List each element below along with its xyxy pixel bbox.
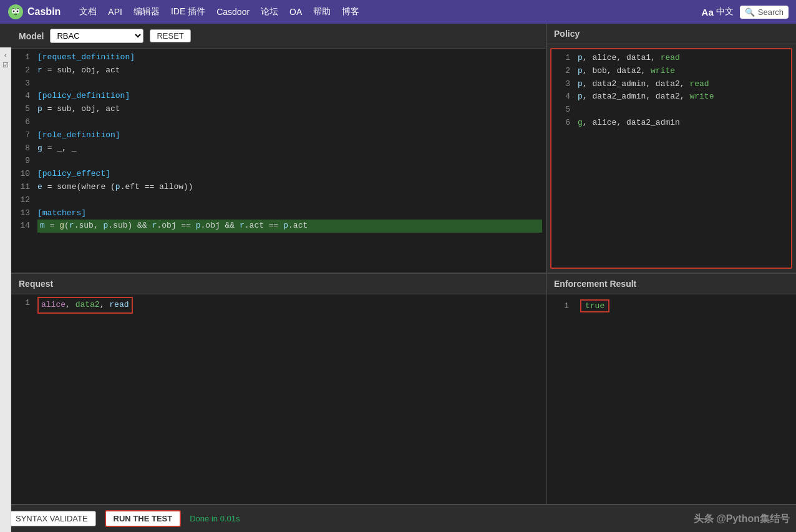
policy-code-editor[interactable]: 1 p, alice, data1, read 2 p, bob, data2,… (550, 48, 792, 269)
nav-forum[interactable]: 论坛 (261, 6, 278, 17)
code-line-12: 12 (11, 194, 546, 207)
main-content: ‹ ☑ Model RBAC ACL ABAC RESTful RESET 1 … (0, 24, 796, 532)
result-code-editor: 1 true (546, 294, 796, 504)
syntax-validate-button[interactable]: SYNTAX VALIDATE (7, 511, 96, 526)
nav-blog[interactable]: 博客 (342, 6, 359, 17)
request-line-1: 1 alice, data2, read (11, 297, 546, 314)
code-line-6: 6 (11, 116, 546, 129)
collapse-arrow-icon[interactable]: ‹ (4, 51, 7, 59)
search-box[interactable]: 🔍 Search (740, 6, 789, 19)
top-section: Model RBAC ACL ABAC RESTful RESET 1 [req… (11, 24, 796, 274)
svg-point-0 (8, 4, 23, 19)
model-label: Model (19, 31, 44, 41)
result-line: 1 true (550, 297, 792, 315)
code-line-8: 8 g = _, _ (11, 142, 546, 155)
nav-ide[interactable]: IDE 插件 (171, 6, 205, 17)
nav-links: 文档 API 编辑器 IDE 插件 Casdoor 论坛 OA 帮助 博客 (79, 6, 689, 17)
code-line-10: 10 [policy_effect] (11, 168, 546, 181)
svg-point-4 (17, 11, 19, 12)
svg-point-3 (13, 11, 15, 12)
request-label: Request (19, 279, 53, 289)
run-test-button[interactable]: RUN THE TEST (105, 510, 182, 527)
search-label: Search (758, 7, 784, 17)
policy-header: Policy (546, 24, 796, 44)
policy-line-4: 4 p, data2_admin, data2, write (551, 90, 791, 104)
code-line-13: 13 [matchers] (11, 207, 546, 220)
lang-icon: Aa (702, 7, 714, 17)
request-header: Request (11, 274, 546, 294)
model-panel: Model RBAC ACL ABAC RESTful RESET 1 [req… (11, 24, 546, 273)
nav-right: Aa 中文 🔍 Search (702, 6, 789, 19)
result-label: Enforcement Result (554, 279, 636, 289)
nav-api[interactable]: API (108, 7, 122, 17)
lang-switcher[interactable]: Aa 中文 (702, 6, 734, 17)
model-select[interactable]: RBAC ACL ABAC RESTful (50, 29, 143, 43)
policy-panel: Policy 1 p, alice, data1, read 2 p, bob,… (546, 24, 796, 273)
request-content: alice, data2, read (37, 297, 133, 314)
logo-text: Casbin (27, 6, 61, 17)
policy-line-6: 6 g, alice, data2_admin (551, 117, 791, 130)
code-line-9: 9 (11, 155, 546, 168)
model-header: Model RBAC ACL ABAC RESTful RESET (11, 24, 546, 49)
lang-label: 中文 (716, 6, 734, 17)
policy-label: Policy (554, 29, 580, 39)
nav-editor[interactable]: 编辑器 (133, 6, 160, 17)
policy-line-5: 5 (551, 104, 791, 117)
policy-line-3: 3 p, data2_admin, data2, read (551, 78, 791, 91)
done-text: Done in 0.01s (190, 514, 240, 523)
result-panel: Enforcement Result 1 true (546, 274, 796, 504)
code-line-4: 4 [policy_definition] (11, 90, 546, 103)
request-panel: Request 1 alice, data2, read (11, 274, 546, 504)
nav-oa[interactable]: OA (289, 7, 302, 17)
nav-casdoor[interactable]: Casdoor (216, 7, 250, 17)
request-code-editor[interactable]: 1 alice, data2, read (11, 294, 546, 504)
footer: SYNTAX VALIDATE RUN THE TEST Done in 0.0… (0, 505, 796, 532)
code-line-5: 5 p = sub, obj, act (11, 103, 546, 116)
reset-button[interactable]: RESET (150, 29, 190, 42)
model-code-editor[interactable]: 1 [request_definition] 2 r = sub, obj, a… (11, 49, 546, 273)
bottom-section: Request 1 alice, data2, read Enforcement… (11, 274, 796, 505)
policy-line-1: 1 p, alice, data1, read (551, 52, 791, 65)
code-line-3: 3 (11, 77, 546, 90)
code-line-1: 1 [request_definition] (11, 51, 546, 64)
nav-help[interactable]: 帮助 (313, 6, 331, 17)
result-header: Enforcement Result (546, 274, 796, 294)
result-value: true (580, 299, 609, 312)
code-line-11: 11 e = some(where (p.eft == allow)) (11, 181, 546, 194)
code-line-14: 14 m = g(r.sub, p.sub) && r.obj == p.obj… (11, 220, 546, 233)
code-line-7: 7 [role_definition] (11, 129, 546, 142)
logo[interactable]: Casbin (7, 4, 61, 20)
code-line-2: 2 r = sub, obj, act (11, 64, 546, 77)
nav-docs[interactable]: 文档 (79, 6, 97, 17)
search-icon: 🔍 (745, 7, 755, 17)
sidebar-collapsed: ‹ ☑ (0, 47, 11, 532)
policy-line-2: 2 p, bob, data2, write (551, 65, 791, 78)
top-navbar: Casbin 文档 API 编辑器 IDE 插件 Casdoor 论坛 OA 帮… (0, 0, 796, 24)
logo-icon (7, 4, 24, 20)
checkbox-icon[interactable]: ☑ (2, 61, 9, 69)
